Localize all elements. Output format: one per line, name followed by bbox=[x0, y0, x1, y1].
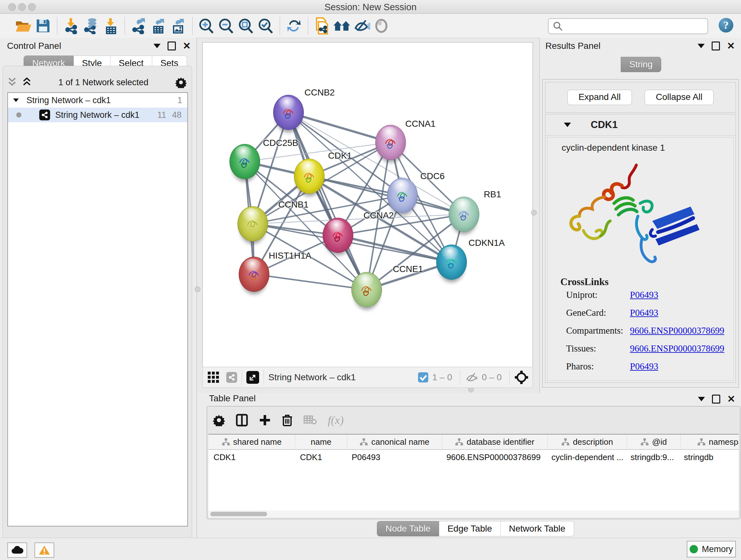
table-cell[interactable]: P06493 bbox=[347, 450, 441, 465]
column-header-namespac[interactable]: namespac bbox=[681, 435, 739, 449]
tab-string[interactable]: String bbox=[621, 57, 661, 72]
cloud-button[interactable] bbox=[7, 543, 27, 558]
column-header-description[interactable]: description bbox=[548, 435, 627, 449]
selected-checkbox-icon[interactable] bbox=[417, 372, 429, 383]
expand-all-icon[interactable] bbox=[22, 77, 31, 88]
tab-node-table[interactable]: Node Table bbox=[377, 521, 439, 537]
zoom-fit-button[interactable] bbox=[236, 16, 256, 36]
delete-column-icon[interactable] bbox=[282, 414, 293, 427]
warnings-button[interactable] bbox=[35, 543, 54, 558]
table-cell[interactable]: stringdb:9... bbox=[625, 450, 679, 465]
import-network-file-button[interactable] bbox=[61, 16, 81, 36]
network-canvas[interactable]: CCNB2 CCNA1 CDC25B CDK1 CDC6 RB1 CCNB1 C… bbox=[202, 42, 533, 367]
float-panel-icon[interactable] bbox=[712, 395, 720, 403]
show-all-button[interactable] bbox=[332, 16, 352, 36]
protein-node-ccna1[interactable] bbox=[375, 125, 406, 160]
float-panel-icon[interactable] bbox=[712, 42, 720, 51]
collection-expand-icon[interactable] bbox=[13, 98, 19, 102]
protein-node-hist1h1a[interactable] bbox=[239, 257, 269, 292]
collapse-all-icon[interactable] bbox=[7, 77, 17, 88]
protein-node-ccnb2[interactable] bbox=[273, 95, 304, 130]
panel-menu-icon[interactable] bbox=[697, 44, 704, 48]
protein-node-ccna2[interactable] bbox=[323, 218, 353, 253]
crosslink-link[interactable]: P06493 bbox=[630, 290, 658, 300]
birdseye-crosshair-icon[interactable] bbox=[514, 370, 529, 385]
export-network-button[interactable] bbox=[129, 16, 149, 36]
column-header-sharedname[interactable]: shared name bbox=[208, 435, 295, 449]
protein-node-cdk1[interactable] bbox=[294, 159, 325, 194]
tab-network-table[interactable]: Network Table bbox=[501, 521, 574, 537]
table-row[interactable]: CDK1CDK1P064939606.ENSP00000378699cyclin… bbox=[208, 450, 739, 465]
protein-node-ccne1[interactable] bbox=[351, 272, 382, 307]
protein-section-header[interactable]: CDK1 bbox=[545, 114, 736, 136]
delete-table-icon[interactable] bbox=[304, 415, 317, 426]
protein-node-cdc25b[interactable] bbox=[229, 144, 260, 179]
crosslink-link[interactable]: 9606.ENSP00000378699 bbox=[630, 343, 724, 354]
left-splitter-handle[interactable] bbox=[195, 287, 200, 292]
network-view-type-icon[interactable] bbox=[226, 372, 237, 383]
close-panel-icon[interactable]: ✕ bbox=[183, 43, 191, 50]
import-table-button[interactable] bbox=[101, 16, 121, 36]
table-cell[interactable]: CDK1 bbox=[295, 450, 347, 465]
search-input[interactable] bbox=[565, 20, 708, 33]
network-row[interactable]: String Network – cdk1 11 48 bbox=[8, 108, 187, 122]
tab-edge-table[interactable]: Edge Table bbox=[439, 521, 501, 537]
hide-selected-button[interactable] bbox=[352, 16, 372, 36]
hidden-eye-icon[interactable] bbox=[465, 372, 479, 383]
close-panel-icon[interactable]: ✕ bbox=[727, 395, 735, 402]
refresh-button[interactable] bbox=[284, 16, 304, 36]
close-panel-icon[interactable]: ✕ bbox=[727, 43, 735, 50]
column-header-id[interactable]: @id bbox=[627, 435, 681, 449]
table-cell[interactable]: cyclin-dependent ... bbox=[546, 450, 625, 465]
protein-node-cdc6[interactable] bbox=[387, 178, 418, 213]
zoom-selected-button[interactable] bbox=[256, 16, 276, 36]
table-cell[interactable]: stringdb bbox=[679, 450, 739, 465]
zoom-in-button[interactable] bbox=[197, 16, 216, 36]
protein-node-cdkn1a[interactable] bbox=[436, 245, 467, 280]
function-builder-icon[interactable]: f(x) bbox=[328, 414, 344, 427]
panel-menu-icon[interactable] bbox=[698, 397, 705, 401]
network-edge[interactable] bbox=[288, 112, 391, 142]
export-image-button[interactable] bbox=[169, 16, 188, 36]
section-collapse-icon[interactable] bbox=[564, 123, 571, 127]
gear-icon[interactable] bbox=[213, 414, 225, 426]
right-splitter-handle[interactable] bbox=[531, 210, 537, 215]
float-panel-icon[interactable] bbox=[167, 42, 176, 51]
control-panel: Control Panel ✕ NetworkStyleSelectSets 1… bbox=[0, 38, 197, 538]
add-column-icon[interactable] bbox=[259, 414, 271, 426]
crosslink-link[interactable]: P06493 bbox=[630, 361, 658, 372]
scrollbar-thumb[interactable] bbox=[210, 512, 267, 516]
collapse-all-button[interactable]: Collapse All bbox=[645, 90, 714, 105]
crosslink-label: GeneCard: bbox=[566, 307, 630, 318]
protein-node-ccnb1[interactable] bbox=[238, 206, 268, 241]
crosslink-link[interactable]: P06493 bbox=[630, 307, 658, 318]
zoom-out-button[interactable] bbox=[216, 16, 236, 36]
crosslink-link[interactable]: 9606.ENSP00000378699 bbox=[630, 325, 724, 336]
column-header-canonicalname[interactable]: canonical name bbox=[347, 435, 442, 449]
open-file-button[interactable] bbox=[13, 16, 33, 36]
save-session-button[interactable] bbox=[33, 16, 53, 36]
expand-all-button[interactable]: Expand All bbox=[567, 90, 632, 105]
table-horizontal-scrollbar[interactable] bbox=[208, 510, 739, 517]
table-cell[interactable]: 9606.ENSP00000378699 bbox=[441, 450, 546, 465]
window-title: Session: New Session bbox=[0, 2, 741, 12]
select-columns-icon[interactable] bbox=[236, 414, 248, 427]
column-header-databaseidentifier[interactable]: database identifier bbox=[442, 435, 548, 449]
clone-network-button[interactable] bbox=[312, 16, 332, 36]
export-table-button[interactable] bbox=[149, 16, 169, 36]
import-network-database-button[interactable] bbox=[81, 16, 101, 36]
grid-view-icon[interactable] bbox=[207, 371, 220, 384]
preview-button[interactable] bbox=[372, 16, 391, 36]
help-button[interactable]: ? bbox=[719, 18, 733, 33]
network-selection-bar: 1 of 1 Network selected bbox=[7, 75, 187, 90]
gear-icon[interactable] bbox=[175, 77, 187, 88]
memory-button[interactable]: Memory bbox=[687, 541, 736, 557]
network-collection-row[interactable]: String Network – cdk1 1 bbox=[8, 93, 187, 108]
panel-menu-icon[interactable] bbox=[153, 44, 160, 48]
network-edge[interactable] bbox=[254, 274, 367, 290]
protein-node-rb1[interactable] bbox=[449, 197, 479, 232]
detach-view-icon[interactable] bbox=[246, 371, 259, 384]
node-gloss bbox=[380, 127, 398, 140]
column-header-name[interactable]: name bbox=[295, 435, 347, 449]
table-cell[interactable]: CDK1 bbox=[208, 450, 295, 465]
